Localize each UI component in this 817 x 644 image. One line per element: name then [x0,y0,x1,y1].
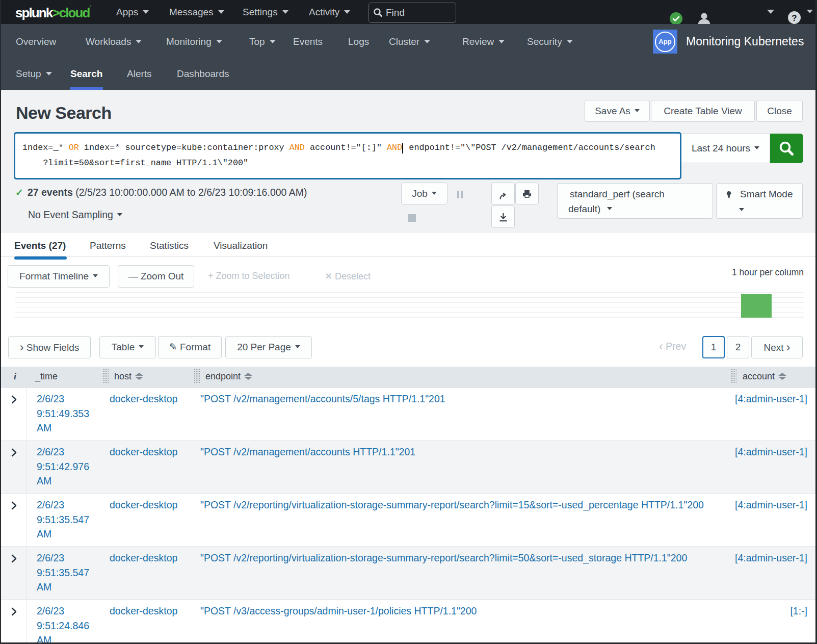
svg-text:?: ? [792,13,797,23]
